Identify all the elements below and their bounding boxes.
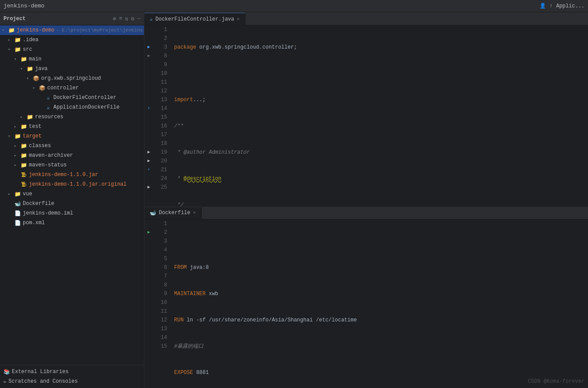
main-arrow-icon: ▾ [14, 56, 20, 62]
src-label: src [23, 46, 32, 53]
main-folder-icon: 📁 [20, 56, 27, 63]
tree-item-src[interactable]: ▾ 📁 src [0, 45, 144, 54]
dockerfile-code-editor[interactable]: ▶ [144, 219, 588, 388]
gutter-10 [144, 69, 153, 78]
scratches-item[interactable]: ✏ Scratches and Consoles [0, 377, 144, 386]
tree-item-iml[interactable]: ▸ 📄 jenkins-demo.iml [0, 208, 144, 218]
dockerfile-code-content: FROM java:8 MAINTAINER xwb RUN ln -sf /u… [171, 219, 588, 388]
arrow-right-icon: ▸ [8, 37, 14, 42]
dg-9 [144, 289, 153, 298]
gutter-19-fold[interactable]: ▶ [144, 148, 153, 157]
df-line-5: #暴露的端口 [174, 342, 584, 351]
title-bar: jenkins-demo 👤 ↑ Applic... [0, 0, 588, 12]
tree-item-resources[interactable]: ▸ 📁 resources [0, 112, 144, 122]
root-folder-icon: 📁 [8, 27, 15, 34]
sidebar-title: Project [4, 16, 25, 22]
java-line-10: * @description [174, 174, 584, 183]
vue-label: vue [23, 191, 32, 197]
java-line-1: package org.xwb.springcloud.controller; [174, 43, 584, 52]
df-line-1 [174, 237, 584, 246]
idea-label: .idea [23, 37, 38, 43]
tree-item-idea[interactable]: ▸ 📁 .idea [0, 35, 144, 45]
cls-arrow-icon: ▸ [14, 143, 20, 148]
dg-14 [144, 333, 153, 342]
docker-line-numbers: 1 2 3 4 5 6 7 8 9 10 11 12 13 14 [153, 219, 171, 388]
vue-folder-icon: 📁 [14, 190, 21, 198]
main-layout: Project ⊕ ≡ ⇅ ⚙ — ▾ 📁 jenkins-demo – E:\… [0, 12, 588, 388]
java-code-editor[interactable]: ▶ ▶ ⚡ ▶ ▶ ⚡ [144, 25, 588, 207]
settings-icon[interactable]: ⚙ [131, 15, 134, 22]
gutter-9 [144, 60, 153, 69]
user-icon[interactable]: 👤 [539, 3, 546, 9]
tree-item-jenkins-demo[interactable]: ▾ 📁 jenkins-demo – E:\project\myProject\… [0, 25, 144, 35]
tree-item-classes[interactable]: ▸ 📁 classes [0, 141, 144, 151]
tree-item-jar1[interactable]: ▸ 🗜 jenkins-demo-1.1.0.jar [0, 170, 144, 180]
dg-1 [144, 219, 153, 228]
ctrl-label: controller [47, 85, 79, 91]
docker-tab-close-icon[interactable]: × [193, 210, 196, 215]
close-sidebar-icon[interactable]: — [137, 15, 140, 22]
gutter-20-fold[interactable]: ▶ [144, 157, 153, 166]
target-label: target [23, 133, 42, 139]
java-folder-icon: 📁 [26, 65, 33, 72]
tree-item-dockerfilecontroller[interactable]: ▸ ☕ DockerFileController [0, 93, 144, 102]
tree-item-jar2[interactable]: ▸ 🗜 jenkins-demo-1.1.0.jar.original [0, 180, 144, 189]
collapse-icon[interactable]: ≡ [119, 15, 122, 22]
dg-15 [144, 342, 153, 351]
jar1-label: jenkins-demo-1.1.0.jar [29, 172, 98, 178]
tree-item-main[interactable]: ▾ 📁 main [0, 54, 144, 64]
gutter-3-fold[interactable]: ▶ [144, 43, 153, 52]
tab-close-icon[interactable]: × [237, 17, 240, 22]
tree-item-vue[interactable]: ▸ 📁 vue [0, 189, 144, 199]
res-folder-icon: 📁 [26, 113, 33, 120]
tree-item-appdocker[interactable]: ▸ ☕ ApplicationDockerFile [0, 102, 144, 112]
pom-file-icon: 📄 [14, 219, 21, 226]
dg-2: ▶ [144, 228, 153, 237]
df-line-4: RUN ln -sf /usr/share/zoneinfo/Asia/Shan… [174, 316, 584, 325]
gutter-8-fold[interactable]: ▶ [144, 52, 153, 60]
sidebar-bottom: 📚 External Libraries ✏ Scratches and Con… [0, 365, 144, 388]
main-label: main [29, 56, 42, 62]
dg-11 [144, 307, 153, 316]
dg-13 [144, 325, 153, 333]
pkg-arrow-icon: ▾ [26, 76, 32, 81]
gutter-25-fold[interactable]: ▶ [144, 183, 153, 192]
dg-8 [144, 281, 153, 289]
adf-file-icon: ☕ [45, 104, 52, 111]
external-libraries-item[interactable]: 📚 External Libraries [0, 367, 144, 377]
sort-icon[interactable]: ⇅ [125, 15, 129, 22]
java-gutter: ▶ ▶ ⚡ ▶ ▶ ⚡ [144, 25, 153, 207]
java-line-11: */ [174, 201, 584, 207]
df-line-2: FROM java:8 [174, 263, 584, 272]
top-editor-tabs: ☕ DockerFileController.java × [144, 12, 588, 25]
editor-area: ☕ DockerFileController.java × ▶ ▶ [144, 12, 588, 388]
bottom-editor-tabs: 🐋 Dockerfile × [144, 207, 588, 219]
sync-icon[interactable]: ↑ [550, 3, 553, 9]
arrow-down-icon: ▾ [2, 28, 8, 33]
tree-item-controller[interactable]: ▾ 📦 controller [0, 83, 144, 93]
dg-12 [144, 316, 153, 325]
tree-item-pom[interactable]: ▸ 📄 pom.xml [0, 218, 144, 228]
tree-item-target[interactable]: ▾ 📁 target [0, 131, 144, 141]
tree-item-java[interactable]: ▾ 📁 java [0, 64, 144, 74]
cls-label: classes [29, 143, 51, 149]
tree-item-dockerfile[interactable]: ▸ 🐋 Dockerfile [0, 199, 144, 208]
watermark: CSDN @Koma-forever [528, 378, 584, 384]
ms-arrow-icon: ▸ [14, 162, 20, 168]
java-tab-icon: ☕ [150, 16, 153, 22]
tree-item-test[interactable]: ▸ 📁 test [0, 122, 144, 131]
tree-item-package[interactable]: ▾ 📦 org.xwb.springcloud [0, 74, 144, 83]
tab-dockerfilecontroller[interactable]: ☕ DockerFileController.java × [144, 13, 245, 25]
tree-item-maven-status[interactable]: ▸ 📁 maven-status [0, 160, 144, 170]
sidebar-header: Project ⊕ ≡ ⇅ ⚙ — [0, 12, 144, 25]
tab-label-dockerfilecontroller: DockerFileController.java [155, 16, 234, 22]
gutter-24 [144, 174, 153, 183]
tree-item-maven-archiver[interactable]: ▸ 📁 maven-archiver [0, 151, 144, 160]
new-folder-icon[interactable]: ⊕ [113, 15, 116, 22]
cls-folder-icon: 📁 [20, 142, 27, 149]
pom-label: pom.xml [23, 220, 45, 226]
tab-dockerfile[interactable]: 🐋 Dockerfile × [144, 207, 202, 219]
gutter-17 [144, 131, 153, 139]
df-line-3: MAINTAINER xwb [174, 289, 584, 298]
src-arrow-icon: ▾ [8, 47, 14, 52]
